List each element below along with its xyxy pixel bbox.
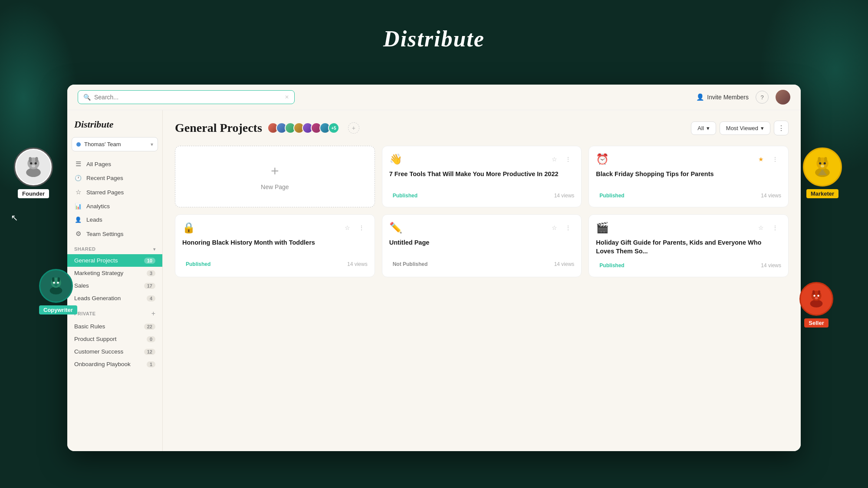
mouse-cursor: ↖ [11, 213, 18, 223]
marketing-strategy-count: 3 [147, 270, 155, 276]
page-card-black-friday[interactable]: ⏰ ★ ⋮ Black Friday Shopping Tips for Par… [589, 146, 789, 207]
leads-label: Leads [86, 216, 102, 223]
app-title: Distribute [383, 26, 485, 52]
card-footer: Published 14 views [596, 261, 781, 270]
sidebar-project-leads-generation[interactable]: Leads Generation 4 [67, 292, 162, 305]
card-title: Black Friday Shopping Tips for Parents [596, 170, 781, 186]
team-name: Thomas' Team [84, 141, 147, 147]
basic-rules-count: 22 [144, 324, 155, 330]
sidebar-item-team-settings[interactable]: ⚙ Team Settings [67, 226, 162, 241]
svg-rect-11 [52, 277, 54, 282]
page-card-inner: ✏️ ☆ ⋮ Untitled Page Not Published 14 vi… [382, 215, 582, 275]
card-title: 7 Free Tools That Will Make You More Pro… [389, 170, 575, 186]
sidebar-project-product-support[interactable]: Product Support 0 [67, 333, 162, 345]
views-text: 14 views [761, 262, 781, 269]
general-projects-count: 10 [144, 258, 155, 264]
seller-label: Seller [804, 318, 828, 328]
private-add-button[interactable]: + [151, 310, 155, 318]
founder-avatar [14, 147, 53, 187]
recent-pages-label: Recent Pages [86, 175, 123, 181]
team-settings-icon: ⚙ [74, 230, 82, 238]
pages-grid: + New Page 👋 ☆ ⋮ 7 Free Tools That W [175, 146, 789, 277]
all-pages-icon: ☰ [74, 160, 82, 168]
svg-point-6 [35, 162, 37, 164]
team-settings-label: Team Settings [86, 231, 124, 237]
more-button[interactable]: ⋮ [769, 222, 781, 234]
copywriter-label: Copywriter [39, 305, 77, 314]
card-footer: Published 14 views [389, 191, 575, 200]
founder-badge: Founder [14, 147, 53, 198]
general-projects-label: General Projects [74, 257, 144, 264]
more-button[interactable]: ⋮ [769, 153, 781, 165]
page-card-untitled[interactable]: ✏️ ☆ ⋮ Untitled Page Not Published 14 vi… [382, 214, 582, 277]
views-text: 14 views [554, 193, 575, 199]
sidebar-item-leads[interactable]: 👤 Leads [67, 213, 162, 226]
search-input[interactable] [94, 94, 281, 101]
user-avatar[interactable] [776, 90, 790, 105]
more-options-button[interactable]: ⋮ [774, 121, 789, 135]
new-page-label: New Page [261, 183, 289, 190]
leads-generation-label: Leads Generation [74, 295, 147, 301]
new-page-plus-icon: + [271, 163, 279, 179]
invite-icon: 👤 [696, 93, 704, 101]
search-bar[interactable]: 🔍 ✕ [78, 90, 295, 104]
more-button[interactable]: ⋮ [562, 222, 574, 234]
svg-rect-20 [824, 157, 827, 163]
more-button[interactable]: ⋮ [562, 153, 574, 165]
sort-filter-label: Most Viewed [726, 125, 758, 131]
sidebar-item-recent-pages[interactable]: 🕐 Recent Pages [67, 171, 162, 185]
status-badge: Not Published [389, 260, 431, 269]
star-button[interactable]: ☆ [755, 222, 767, 234]
svg-point-22 [824, 162, 826, 164]
add-member-button[interactable]: + [348, 122, 359, 134]
svg-point-23 [821, 165, 824, 167]
star-button[interactable]: ★ [755, 153, 767, 165]
sidebar-project-onboarding-playbook[interactable]: Onboarding Playbook 1 [67, 358, 162, 370]
sidebar-item-starred-pages[interactable]: ☆ Starred Pages [67, 185, 162, 200]
marketer-label: Marketer [806, 189, 838, 198]
search-clear-icon[interactable]: ✕ [285, 94, 289, 100]
page-card-holiday-gift[interactable]: 🎬 ☆ ⋮ Holiday Gift Guide for Parents, Ki… [589, 214, 789, 277]
recent-pages-icon: 🕐 [74, 175, 82, 181]
svg-point-21 [819, 162, 821, 164]
content-title: General Projects [175, 121, 262, 135]
shared-collapse-icon[interactable]: ▾ [153, 247, 156, 252]
invite-members-button[interactable]: 👤 Invite Members [696, 93, 749, 101]
sidebar-item-all-pages[interactable]: ☰ All Pages [67, 157, 162, 171]
sidebar-project-general-projects[interactable]: General Projects 10 [67, 254, 162, 267]
sidebar-project-customer-success[interactable]: Customer Success 12 [67, 345, 162, 358]
card-actions: ☆ ⋮ [342, 222, 368, 234]
card-title: Holiday Gift Guide for Parents, Kids and… [596, 238, 781, 256]
page-card-free-tools[interactable]: 👋 ☆ ⋮ 7 Free Tools That Will Make You Mo… [382, 146, 582, 207]
team-selector[interactable]: Thomas' Team ▾ [72, 137, 158, 151]
member-count-badge: +5 [328, 122, 339, 134]
page-card-inner: 🔒 ☆ ⋮ Honoring Black History Month with … [175, 215, 375, 275]
private-section-label: PRIVATE [74, 311, 96, 316]
star-button[interactable]: ☆ [548, 222, 560, 234]
search-icon: 🔍 [83, 94, 91, 101]
new-page-card[interactable]: + New Page [175, 146, 375, 207]
status-badge: Published [389, 191, 421, 200]
card-footer: Published 14 views [182, 260, 368, 269]
sales-count: 17 [144, 283, 155, 289]
help-button[interactable]: ? [756, 91, 769, 104]
page-card-inner: 🎬 ☆ ⋮ Holiday Gift Guide for Parents, Ki… [589, 215, 788, 277]
card-title: Honoring Black History Month with Toddle… [182, 238, 368, 255]
starred-pages-icon: ☆ [74, 188, 82, 196]
sidebar-project-marketing-strategy[interactable]: Marketing Strategy 3 [67, 267, 162, 279]
sidebar-project-sales[interactable]: Sales 17 [67, 279, 162, 292]
card-emoji: 🔒 [182, 222, 195, 234]
customer-success-label: Customer Success [74, 348, 144, 355]
more-button[interactable]: ⋮ [355, 222, 368, 234]
sort-filter[interactable]: Most Viewed ▾ [720, 121, 770, 135]
sidebar-project-basic-rules[interactable]: Basic Rules 22 [67, 320, 162, 333]
card-title: Untitled Page [389, 238, 575, 255]
type-filter[interactable]: All ▾ [691, 121, 716, 135]
more-options-icon: ⋮ [778, 124, 785, 132]
basic-rules-label: Basic Rules [74, 323, 144, 330]
product-support-label: Product Support [74, 336, 147, 342]
sidebar-item-analytics[interactable]: 📊 Analytics [67, 200, 162, 213]
star-button[interactable]: ☆ [342, 222, 354, 234]
page-card-black-history[interactable]: 🔒 ☆ ⋮ Honoring Black History Month with … [175, 214, 375, 277]
star-button[interactable]: ☆ [548, 153, 560, 165]
